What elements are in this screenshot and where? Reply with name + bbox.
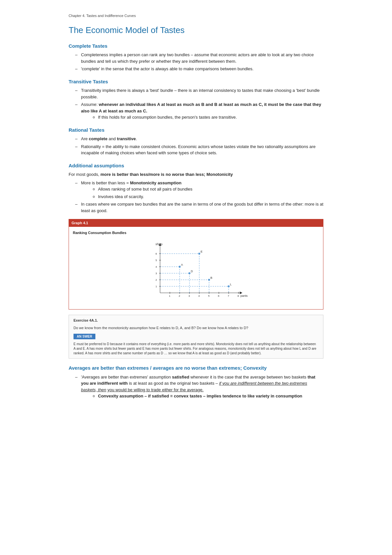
monotonicity-line: For most goods, more is better than less… bbox=[69, 171, 323, 178]
list-item: Assume: whenever an individual likes A a… bbox=[75, 101, 323, 121]
list-item: Convexity assumption – if satisfied = co… bbox=[93, 393, 323, 399]
svg-text:4: 4 bbox=[155, 265, 157, 268]
svg-text:B: B bbox=[210, 276, 212, 279]
svg-text:6: 6 bbox=[218, 294, 220, 297]
svg-point-48 bbox=[208, 279, 210, 281]
section-heading-convexity: Averages are better than extremes / aver… bbox=[69, 364, 323, 372]
list-item: Allows ranking of some but not all pairs… bbox=[93, 186, 323, 193]
svg-text:L: L bbox=[230, 283, 232, 286]
convexity-list: 'Averages are better than extremes' assu… bbox=[69, 374, 323, 399]
rational-tastes-list: Are complete and transitive. Rationality… bbox=[69, 136, 323, 156]
svg-text:4: 4 bbox=[198, 294, 200, 297]
svg-text:D: D bbox=[191, 270, 193, 273]
svg-text:1: 1 bbox=[155, 285, 157, 288]
section-heading-additional: Additional assumptions bbox=[69, 162, 323, 170]
svg-text:8: 8 bbox=[237, 294, 239, 297]
svg-text:2: 2 bbox=[179, 294, 180, 297]
svg-text:3: 3 bbox=[188, 294, 190, 297]
svg-point-52 bbox=[228, 285, 230, 287]
section-convexity: Averages are better than extremes / aver… bbox=[69, 364, 323, 399]
section-complete-tastes: Complete Tastes Completeness implies a p… bbox=[69, 42, 323, 72]
list-item: In cases where we compare two bundles th… bbox=[75, 201, 323, 214]
section-heading-complete: Complete Tastes bbox=[69, 42, 323, 50]
chapter-label: Chapter 4. Tastes and Indifference Curve… bbox=[69, 13, 323, 19]
list-item: 'complete' in the sense that the actor i… bbox=[75, 66, 323, 72]
list-item: Are complete and transitive. bbox=[75, 136, 323, 142]
list-item: Completeness implies a person can rank a… bbox=[75, 52, 323, 64]
exercise-box: Exercise 4A.1. Do we know from the monot… bbox=[69, 315, 323, 359]
complete-tastes-list: Completeness implies a person can rank a… bbox=[69, 52, 323, 72]
graph-title: Ranking Consumption Bundles bbox=[73, 230, 319, 236]
section-transitive-tastes: Transitive Tastes Transitivity implies t… bbox=[69, 78, 323, 121]
graph-inner: Ranking Consumption Bundles shirts pants bbox=[69, 227, 323, 310]
svg-text:6: 6 bbox=[155, 252, 157, 255]
section-rational-tastes: Rational Tastes Are complete and transit… bbox=[69, 126, 323, 156]
main-title: The Economic Model of Tastes bbox=[69, 24, 323, 37]
svg-marker-3 bbox=[240, 292, 242, 294]
svg-text:pants: pants bbox=[240, 294, 248, 297]
svg-text:shirts: shirts bbox=[155, 243, 163, 246]
graph-box: Graph 4.1 Ranking Consumption Bundles sh… bbox=[69, 219, 323, 310]
list-item: Transitivity implies there is always a '… bbox=[75, 87, 323, 100]
svg-text:A: A bbox=[181, 263, 183, 266]
svg-text:5: 5 bbox=[155, 259, 157, 262]
graph-header: Graph 4.1 bbox=[69, 219, 323, 227]
svg-text:5: 5 bbox=[208, 294, 210, 297]
answer-text: E must be preferred to D because it cont… bbox=[74, 342, 318, 356]
transitive-tastes-list: Transitivity implies there is always a '… bbox=[69, 87, 323, 121]
svg-point-44 bbox=[188, 272, 190, 274]
svg-point-36 bbox=[198, 253, 200, 255]
section-additional-assumptions: Additional assumptions For most goods, m… bbox=[69, 162, 323, 359]
svg-text:7: 7 bbox=[228, 294, 229, 297]
list-item: More is better than less = Monotonicity … bbox=[75, 180, 323, 200]
svg-point-40 bbox=[179, 266, 181, 268]
additional-assumptions-list: More is better than less = Monotonicity … bbox=[69, 180, 323, 214]
section-heading-rational: Rational Tastes bbox=[69, 126, 323, 134]
list-item: Involves idea of scarcity. bbox=[93, 193, 323, 200]
answer-button[interactable]: AN SWER bbox=[74, 334, 95, 339]
svg-text:2: 2 bbox=[155, 278, 157, 281]
list-item: 'Averages are better than extremes' assu… bbox=[75, 374, 323, 399]
graph-area: shirts pants 1 2 3 4 5 6 bbox=[73, 237, 319, 306]
list-item: If this holds for all consumption bundle… bbox=[93, 114, 323, 121]
ranking-chart: shirts pants 1 2 3 4 5 6 bbox=[144, 241, 248, 303]
svg-text:3: 3 bbox=[155, 272, 157, 275]
section-heading-transitive: Transitive Tastes bbox=[69, 78, 323, 86]
svg-text:E: E bbox=[201, 250, 203, 253]
exercise-question: Do we know from the monotonicity assumpt… bbox=[74, 325, 318, 331]
list-item: Rationality = the ability to make consis… bbox=[75, 143, 323, 156]
exercise-label: Exercise 4A.1. bbox=[74, 318, 318, 323]
svg-text:1: 1 bbox=[169, 294, 171, 297]
